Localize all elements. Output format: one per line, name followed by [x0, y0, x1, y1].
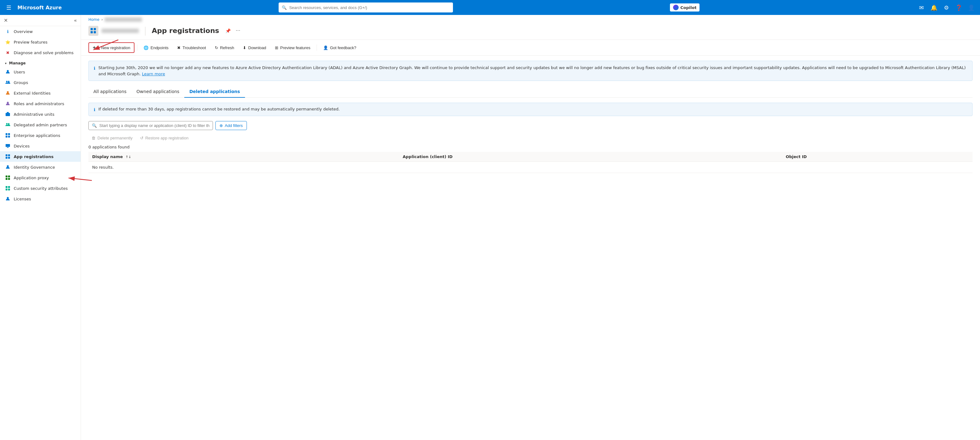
hamburger-menu[interactable]: ☰ [4, 4, 14, 11]
sidebar-diagnose-label: Diagnose and solve problems [14, 51, 73, 55]
filter-input[interactable] [99, 123, 210, 128]
endpoints-label: Endpoints [150, 45, 169, 50]
sidebar-item-delegated-admin[interactable]: Delegated admin partners [0, 119, 81, 130]
table-body: No results. [88, 162, 972, 173]
filter-search-icon: 🔍 [92, 123, 97, 128]
delete-permanently-label: Delete permanently [97, 136, 133, 140]
sort-icon[interactable]: ↑↓ [126, 155, 131, 159]
topbar: ☰ Microsoft Azure 🔍 Copilot ✉ 🔔 ⚙ ❓ 👤 [0, 0, 980, 15]
sidebar-collapse-button[interactable]: « [74, 17, 77, 23]
app-registrations-icon [5, 154, 11, 159]
col-client-id[interactable]: Application (client) ID [399, 152, 782, 162]
sidebar-item-roles[interactable]: Roles and administrators [0, 98, 81, 109]
col-object-id-label: Object ID [786, 154, 807, 159]
sidebar-item-custom-security[interactable]: Custom security attributes [0, 183, 81, 194]
toolbar: + + New registration 🌐 Endpoints ✖ Troub… [81, 40, 980, 56]
sidebar-item-admin-units[interactable]: Administrative units [0, 109, 81, 119]
results-table: Display name ↑↓ Application (client) ID … [88, 152, 972, 173]
got-feedback-button[interactable]: 👤 Got feedback? [320, 44, 360, 52]
sidebar-item-diagnose[interactable]: ✖ Diagnose and solve problems [0, 47, 81, 58]
svg-point-1 [6, 81, 8, 83]
refresh-button[interactable]: ↻ Refresh [211, 44, 238, 52]
more-options-icon[interactable]: ··· [235, 28, 240, 33]
sidebar-section-manage[interactable]: ▾ Manage [0, 58, 81, 67]
troubleshoot-button[interactable]: ✖ Troubleshoot [173, 44, 210, 52]
endpoints-button[interactable]: 🌐 Endpoints [140, 44, 172, 52]
groups-icon [5, 79, 11, 85]
col-object-id[interactable]: Object ID [782, 152, 972, 162]
col-display-name-label: Display name [92, 154, 123, 159]
diagnose-icon: ✖ [5, 50, 11, 56]
sidebar-item-preview-features[interactable]: ⭐ Preview features [0, 37, 81, 47]
mail-icon[interactable]: ✉ [916, 4, 926, 11]
tab-deleted-applications[interactable]: Deleted applications [184, 86, 245, 98]
svg-point-8 [8, 123, 10, 125]
sidebar-item-licenses[interactable]: Licenses [0, 194, 81, 204]
settings-icon[interactable]: ⚙ [942, 4, 951, 11]
add-filters-label: Add filters [225, 123, 243, 128]
notice-text: Starting June 30th, 2020 we will no long… [99, 65, 967, 77]
action-bar: 🗑 Delete permanently ↺ Restore app regis… [88, 134, 972, 142]
sidebar-item-overview-label: Overview [14, 29, 33, 34]
sidebar-item-app-registrations[interactable]: App registrations [0, 151, 81, 162]
sidebar-identity-governance-label: Identity Governance [14, 165, 55, 170]
sidebar-item-groups[interactable]: Groups [0, 77, 81, 88]
svg-rect-16 [8, 154, 10, 156]
page-title: App registrations [152, 27, 219, 35]
refresh-label: Refresh [220, 45, 234, 50]
refresh-icon: ↻ [215, 45, 218, 50]
preview-features-button[interactable]: ⊞ Preview features [271, 44, 314, 52]
header-separator: | [144, 25, 146, 36]
sidebar-item-identity-governance[interactable]: Identity Governance [0, 162, 81, 172]
page-header-icon [88, 26, 99, 36]
breadcrumb-tenant [105, 17, 142, 22]
sidebar-external-identities-label: External Identities [14, 91, 51, 95]
preview-features-icon: ⭐ [5, 39, 11, 45]
custom-security-icon [5, 186, 11, 191]
svg-rect-6 [7, 112, 9, 113]
col-display-name[interactable]: Display name ↑↓ [88, 152, 399, 162]
tab-all-applications[interactable]: All applications [88, 86, 131, 98]
sidebar-item-enterprise-apps[interactable]: Enterprise applications [0, 130, 81, 141]
sidebar-item-external-identities[interactable]: External Identities [0, 88, 81, 98]
no-results-text: No results. [88, 162, 972, 173]
sidebar-item-overview[interactable]: ℹ️ Overview [0, 26, 81, 37]
manage-chevron-icon: ▾ [5, 62, 6, 65]
sidebar-item-application-proxy[interactable]: Application proxy [0, 172, 81, 183]
info-text: If deleted for more than 30 days, app re… [99, 107, 340, 112]
learn-more-link[interactable]: Learn more [142, 71, 165, 76]
page-header: | App registrations 📌 ··· [81, 24, 980, 40]
svg-point-7 [6, 123, 8, 125]
search-input[interactable] [289, 5, 450, 10]
sidebar-groups-label: Groups [14, 80, 28, 85]
new-registration-button[interactable]: + + New registration [88, 42, 135, 53]
brand-name: Microsoft Azure [18, 5, 62, 11]
help-icon[interactable]: ❓ [954, 4, 964, 11]
identity-governance-icon [5, 164, 11, 170]
copilot-button[interactable]: Copilot [670, 3, 700, 11]
restore-button[interactable]: ↺ Restore app registration [137, 134, 192, 142]
notification-icon[interactable]: 🔔 [929, 4, 939, 11]
sidebar-devices-label: Devices [14, 144, 30, 148]
roles-icon [5, 101, 11, 106]
svg-rect-25 [8, 186, 10, 188]
troubleshoot-label: Troubleshoot [183, 45, 206, 50]
breadcrumb-home[interactable]: Home [88, 17, 99, 22]
breadcrumb-separator: › [101, 17, 103, 22]
svg-rect-24 [6, 186, 8, 188]
svg-rect-11 [6, 136, 8, 138]
svg-rect-29 [91, 28, 93, 30]
delete-permanently-button[interactable]: 🗑 Delete permanently [88, 134, 136, 142]
svg-rect-22 [6, 178, 8, 180]
sidebar-close-button[interactable]: ✕ [4, 17, 8, 23]
download-button[interactable]: ⬇ Download [239, 44, 270, 52]
topbar-icons: ✉ 🔔 ⚙ ❓ 👤 [916, 4, 976, 11]
pin-icon[interactable]: 📌 [225, 28, 231, 33]
add-filters-icon: ⊕ [220, 123, 223, 128]
add-filters-button[interactable]: ⊕ Add filters [215, 121, 247, 130]
sidebar-item-users[interactable]: Users [0, 67, 81, 77]
tab-owned-applications[interactable]: Owned applications [131, 86, 184, 98]
download-icon: ⬇ [243, 45, 246, 50]
account-icon[interactable]: 👤 [966, 4, 976, 11]
sidebar-item-devices[interactable]: Devices [0, 141, 81, 151]
